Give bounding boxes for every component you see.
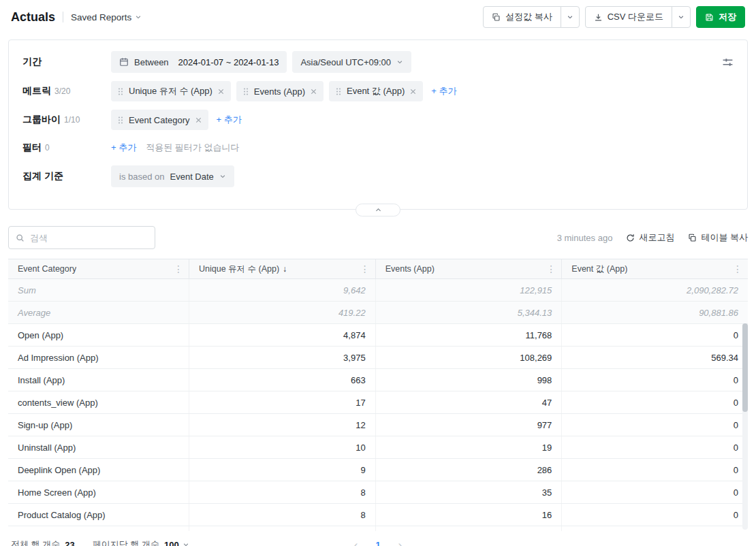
metric-chip[interactable]: Unique 유저 수 (App): [111, 81, 231, 101]
chevron-down-icon: [219, 173, 226, 180]
chip-label: Unique 유저 수 (App): [129, 85, 212, 97]
copy-settings-button[interactable]: 설정값 복사: [483, 6, 561, 28]
value-cell: 90,881.86: [561, 302, 748, 323]
value-cell: 16: [375, 504, 562, 526]
category-cell: Open (App): [8, 324, 189, 346]
table-row[interactable]: Open (App)4,87411,7680: [8, 324, 748, 347]
copy-settings-dropdown-button[interactable]: [561, 6, 580, 28]
save-button[interactable]: 저장: [696, 6, 745, 28]
table-row[interactable]: custom_category (App)8151134,596: [8, 526, 748, 531]
table-row[interactable]: Home Screen (App)8350: [8, 481, 748, 504]
value-cell: 0: [561, 324, 748, 346]
value-cell: 10: [189, 436, 375, 458]
next-page-button[interactable]: ›: [398, 539, 403, 546]
csv-download-button[interactable]: CSV 다운로드: [585, 6, 672, 28]
drag-handle-icon[interactable]: [118, 116, 123, 125]
column-menu-icon[interactable]: ⋮: [541, 264, 556, 274]
scrollbar-thumb[interactable]: [742, 323, 748, 412]
chip-label: Event 값 (App): [347, 85, 405, 97]
chevron-down-icon: [396, 59, 403, 65]
column-menu-icon[interactable]: ⋮: [355, 264, 370, 274]
value-cell: 3,975: [189, 347, 375, 368]
current-page[interactable]: 1: [375, 540, 380, 546]
value-cell: 0: [561, 459, 748, 481]
remove-chip-icon[interactable]: [218, 89, 224, 95]
prev-page-button[interactable]: ‹: [354, 539, 358, 546]
copy-icon: [492, 13, 501, 22]
summary-label: Sum: [8, 279, 189, 301]
adjust-settings-icon[interactable]: [722, 57, 734, 68]
value-cell: 8: [189, 481, 375, 503]
copy-table-label: 테이블 복사: [701, 231, 748, 244]
drag-handle-icon[interactable]: [243, 87, 249, 96]
aggregation-basis-select[interactable]: is based on Event Date: [111, 165, 234, 187]
aggregation-label: 집계 기준: [22, 170, 63, 182]
table-row[interactable]: contents_view (App)17470: [8, 391, 748, 414]
value-cell: 0: [561, 436, 748, 458]
category-cell: Install (App): [8, 369, 189, 391]
report-settings-panel: 기간 Between 2024-01-07 ~ 2024-01-13 Asia/…: [8, 39, 748, 210]
drag-handle-icon[interactable]: [118, 87, 123, 96]
date-mode-label: Between: [134, 57, 169, 67]
search-icon: [16, 234, 25, 242]
timezone-value: Asia/Seoul UTC+09:00: [300, 57, 391, 67]
rows-per-page-select[interactable]: 페이지당 행 개수 100: [93, 539, 189, 546]
category-cell: contents_view (App): [8, 391, 189, 413]
value-cell: 2,090,282.72: [561, 279, 748, 301]
chevron-down-icon: [183, 541, 189, 546]
metrics-count: 3/20: [54, 86, 70, 96]
metric-chip[interactable]: Events (App): [236, 81, 324, 101]
save-icon: [705, 13, 714, 22]
drag-handle-icon[interactable]: [336, 87, 341, 96]
copy-table-button[interactable]: 테이블 복사: [688, 231, 748, 244]
table-row[interactable]: Sign-up (App)129770: [8, 414, 748, 436]
saved-reports-menu[interactable]: Saved Reports: [71, 12, 142, 22]
add-filter-button[interactable]: + 추가: [111, 142, 136, 154]
remove-chip-icon[interactable]: [195, 117, 202, 123]
table-row[interactable]: Uninstall (App)10190: [8, 436, 748, 459]
column-header[interactable]: Events (App)⋮: [375, 259, 562, 278]
column-menu-icon[interactable]: ⋮: [168, 264, 183, 274]
table-row[interactable]: Ad Impression (App)3,975108,269569.34: [8, 347, 748, 369]
column-header[interactable]: Event Category⋮: [8, 259, 189, 278]
add-groupby-button[interactable]: + 추가: [217, 114, 242, 126]
refresh-button[interactable]: 새로고침: [626, 231, 674, 244]
metrics-row: 메트릭 3/20 Unique 유저 수 (App) Events (App) …: [22, 81, 734, 101]
aggregation-prefix: is based on: [119, 172, 165, 182]
search-box[interactable]: [8, 226, 155, 249]
category-cell: Home Screen (App): [8, 481, 189, 503]
table-header-row: Event Category⋮Unique 유저 수 (App)↓⋮Events…: [8, 259, 748, 279]
column-menu-icon[interactable]: ⋮: [727, 264, 742, 274]
copy-settings-label: 설정값 복사: [505, 11, 552, 23]
search-input[interactable]: [30, 233, 148, 243]
category-cell: Product Catalog (App): [8, 504, 189, 526]
sort-desc-icon[interactable]: ↓: [283, 264, 287, 274]
date-range-picker[interactable]: Between 2024-01-07 ~ 2024-01-13: [111, 51, 287, 73]
csv-download-dropdown-button[interactable]: [672, 6, 691, 28]
table-row[interactable]: Product Catalog (App)8160: [8, 504, 748, 526]
add-metric-button[interactable]: + 추가: [431, 85, 456, 97]
table-row[interactable]: Deeplink Open (App)92860: [8, 459, 748, 481]
metric-chip[interactable]: Event 값 (App): [329, 81, 423, 101]
csv-download-group: CSV 다운로드: [585, 6, 691, 28]
groupby-count: 1/10: [64, 115, 80, 125]
value-cell: 4,874: [189, 324, 375, 346]
value-cell: 12: [189, 414, 375, 436]
metrics-label: 메트릭: [22, 85, 51, 97]
summary-row: Average419.225,344.1390,881.86: [8, 302, 748, 324]
value-cell: 5,344.13: [375, 302, 562, 323]
timezone-select[interactable]: Asia/Seoul UTC+09:00: [292, 51, 411, 73]
value-cell: 17: [189, 391, 375, 413]
collapse-panel-button[interactable]: [356, 204, 400, 216]
groupby-chip[interactable]: Event Category: [111, 110, 208, 130]
column-header[interactable]: Unique 유저 수 (App)↓⋮: [189, 259, 375, 278]
table-row[interactable]: Install (App)6639980: [8, 369, 748, 391]
groupby-label: 그룹바이: [22, 114, 61, 126]
remove-chip-icon[interactable]: [410, 89, 416, 95]
scrollbar-track[interactable]: [742, 323, 748, 530]
remove-chip-icon[interactable]: [311, 89, 317, 95]
category-cell: Deeplink Open (App): [8, 459, 189, 481]
results-table: Event Category⋮Unique 유저 수 (App)↓⋮Events…: [8, 259, 748, 531]
value-cell: 0: [561, 414, 748, 436]
column-header[interactable]: Event 값 (App)⋮: [561, 259, 748, 278]
